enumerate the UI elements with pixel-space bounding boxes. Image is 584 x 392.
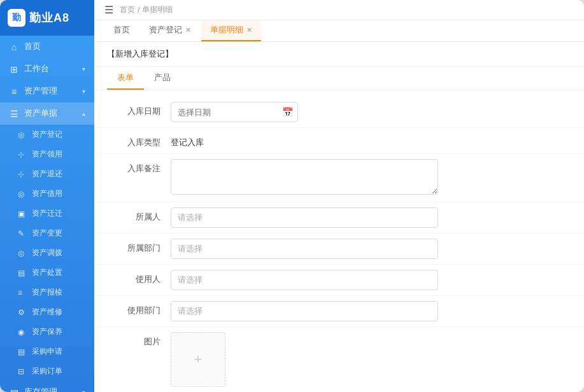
label-owner-dept: 所属部门 [107, 239, 171, 254]
workbench-icon: ⊞ [9, 64, 19, 74]
breadcrumb-home[interactable]: 首页 [120, 4, 135, 15]
tab-bill-detail-close[interactable]: ✕ [246, 27, 252, 34]
warehouse-type-value: 登记入库 [171, 133, 438, 148]
sub-insure-label: 资产保养 [32, 326, 62, 337]
field-row-warehouse-date: 入库日期 📅 [94, 97, 584, 128]
sidebar-item-asset-mgmt[interactable]: ≡ 资产管理 ▾ [0, 80, 94, 102]
user-select[interactable]: 请选择 [171, 270, 438, 290]
label-owner: 所属人 [107, 207, 171, 223]
sidebar-sub-asset-dispose[interactable]: ▤ 资产处置 [0, 263, 94, 283]
tab-asset-register-close[interactable]: ✕ [185, 27, 191, 34]
sidebar-sub-asset-register[interactable]: ◎ 资产登记 [0, 125, 94, 144]
inventory-icon: ▤ [9, 388, 19, 393]
label-warehouse-type: 入库类型 [107, 133, 171, 148]
warehouse-date-input[interactable] [171, 102, 298, 122]
sub-maintain-icon: ⚙ [18, 308, 27, 317]
sidebar-sub-asset-borrow2[interactable]: ◎ 资产借用 [0, 184, 94, 204]
sidebar-item-inventory[interactable]: ▤ 库存管理 ▾ [0, 381, 94, 392]
sidebar-label-asset-mgmt: 资产管理 [24, 86, 57, 97]
label-warehouse-note: 入库备注 [107, 159, 171, 174]
sidebar-sub-asset-insure[interactable]: ◉ 资产保养 [0, 322, 94, 342]
sub-return-icon: ⊹ [18, 170, 27, 179]
topbar: ☰ 首页 / 单据明细 [94, 0, 584, 20]
user-dept-placeholder: 请选择 [178, 305, 203, 317]
sidebar-item-workbench[interactable]: ⊞ 工作台 ▾ [0, 58, 94, 80]
field-owner: 请选择 [171, 207, 438, 228]
home-icon: ⌂ [9, 42, 19, 52]
sub-register-label: 资产登记 [32, 129, 62, 140]
main-area: ☰ 首页 / 单据明细 首页 资产登记 ✕ 单据明细 ✕ 【新 [94, 0, 584, 392]
sidebar-item-home[interactable]: ⌂ 首页 [0, 36, 94, 58]
form-tab-product[interactable]: 产品 [144, 67, 181, 90]
sidebar: 勤 勤业A8 ⌂ 首页 ⊞ 工作台 ▾ ≡ 资产管理 ▾ ☰ [0, 0, 94, 392]
form-tab-basic[interactable]: 表单 [107, 67, 144, 90]
image-upload-box[interactable]: + [171, 332, 225, 387]
sub-borrow2-icon: ◎ [18, 190, 27, 199]
sub-dispose-label: 资产处置 [32, 267, 62, 278]
sub-return-label: 资产退还 [32, 169, 62, 179]
user-dept-select[interactable]: 请选择 [171, 301, 438, 321]
label-image: 图片 [107, 332, 171, 347]
sub-transfer-icon: ▣ [18, 209, 27, 218]
sub-check-label: 资产调拨 [32, 248, 62, 258]
sidebar-sub-asset-report[interactable]: ≡ 资产报棱 [0, 283, 94, 302]
chevron-down-icon2: ▾ [82, 88, 85, 95]
tab-home[interactable]: 首页 [104, 20, 139, 41]
chevron-down-icon: ▾ [82, 66, 85, 73]
sub-register-icon: ◎ [18, 130, 27, 139]
breadcrumb-current: 单据明细 [142, 4, 173, 15]
form-tabs: 表单 产品 [94, 67, 584, 90]
sub-check-icon: ◎ [18, 249, 27, 258]
owner-dept-placeholder: 请选择 [178, 243, 203, 255]
chevron-up-icon: ▴ [82, 110, 85, 117]
field-owner-dept: 请选择 [171, 239, 438, 259]
sidebar-label-workbench: 工作台 [24, 64, 49, 74]
sidebar-sub-asset-check[interactable]: ◎ 资产调拨 [0, 243, 94, 263]
sub-report-icon: ≡ [18, 288, 27, 297]
sub-borrow2-label: 资产借用 [32, 188, 62, 199]
sub-purchase-apply-label: 采购申请 [32, 346, 62, 357]
sidebar-sub-asset-return[interactable]: ⊹ 资产退还 [0, 164, 94, 184]
field-warehouse-date: 📅 [171, 102, 438, 122]
sidebar-sub-asset-transfer[interactable]: ▣ 资产迁迁 [0, 204, 94, 223]
owner-placeholder: 请选择 [178, 212, 203, 223]
sidebar-label-home: 首页 [24, 41, 41, 52]
image-upload-icon: + [194, 351, 203, 368]
sub-purchase-apply-icon: ▤ [18, 347, 27, 356]
sidebar-sub-asset-maintain[interactable]: ⚙ 资产维修 [0, 302, 94, 322]
tabbar: 首页 资产登记 ✕ 单据明细 ✕ [94, 20, 584, 42]
sidebar-sub-asset-borrow[interactable]: ⊹ 资产领用 [0, 144, 94, 164]
sidebar-label-inventory: 库存管理 [24, 387, 57, 392]
breadcrumb-sep: / [138, 6, 139, 15]
app-name: 勤业A8 [29, 10, 69, 25]
field-row-warehouse-type: 入库类型 登记入库 [94, 128, 584, 154]
user-placeholder: 请选择 [178, 274, 203, 286]
date-input-wrapper: 📅 [171, 102, 298, 122]
field-warehouse-type: 登记入库 [171, 133, 438, 148]
sub-change-label: 资产变更 [32, 228, 62, 239]
field-user: 请选择 [171, 270, 438, 290]
owner-dept-select[interactable]: 请选择 [171, 239, 438, 259]
sidebar-sub-purchase-apply[interactable]: ▤ 采购申请 [0, 342, 94, 361]
sidebar-item-asset-orders[interactable]: ☰ 资产单据 ▴ [0, 102, 94, 125]
owner-select[interactable]: 请选择 [171, 207, 438, 228]
label-warehouse-date: 入库日期 [107, 102, 171, 117]
label-user-dept: 使用部门 [107, 301, 171, 316]
field-image: + [171, 332, 438, 387]
sub-maintain-label: 资产维修 [32, 307, 62, 318]
content-area: 【新增入库登记】 表单 产品 入库日期 [94, 42, 584, 392]
sidebar-sub-asset-change[interactable]: ✎ 资产变更 [0, 223, 94, 243]
warehouse-note-textarea[interactable] [171, 159, 438, 195]
sub-insure-icon: ◉ [18, 328, 27, 337]
tab-home-label: 首页 [113, 25, 130, 36]
sub-borrow-icon: ⊹ [18, 150, 27, 159]
app-logo: 勤 勤业A8 [0, 0, 94, 36]
tab-asset-register[interactable]: 资产登记 ✕ [140, 20, 200, 41]
asset-mgmt-icon: ≡ [9, 87, 19, 97]
menu-icon[interactable]: ☰ [104, 4, 113, 16]
sub-purchase-order-label: 采购订单 [32, 366, 62, 377]
sidebar-sub-purchase-order[interactable]: ⊟ 采购订单 [0, 361, 94, 381]
tab-bill-detail[interactable]: 单据明细 ✕ [201, 20, 261, 41]
form-section-title: 【新增入库登记】 [94, 42, 584, 67]
logo-icon: 勤 [8, 9, 25, 27]
